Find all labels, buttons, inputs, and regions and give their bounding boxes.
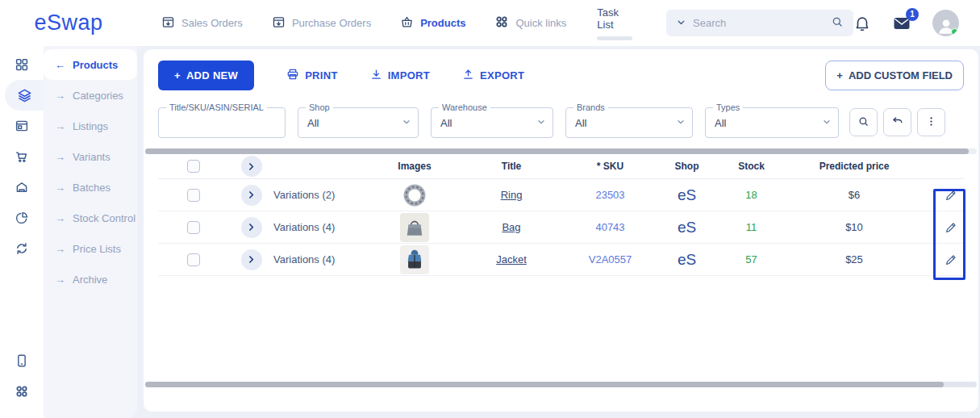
shop-filter-select[interactable]: Shop All <box>298 107 419 138</box>
brands-filter-select[interactable]: Brands All <box>565 107 693 138</box>
batches-icon[interactable] <box>0 172 44 203</box>
import-button[interactable]: IMPORT <box>370 69 430 83</box>
product-title-link[interactable]: Jacket <box>496 253 527 265</box>
global-search[interactable] <box>666 10 853 36</box>
plus-icon: + <box>174 69 181 82</box>
chevron-down-icon[interactable] <box>676 16 686 31</box>
printer-icon <box>286 68 299 83</box>
col-header-images[interactable]: Images <box>378 161 451 172</box>
types-filter-select[interactable]: Types All <box>705 107 839 138</box>
sidebar-item-listings[interactable]: →Listings <box>44 111 137 141</box>
product-title-link[interactable]: Ring <box>501 189 523 201</box>
sidebar-item-products[interactable]: ←Products <box>44 49 137 80</box>
top-nav: Sales Orders Purchase Orders Products Qu… <box>161 15 566 31</box>
nav-label: Products <box>420 17 465 29</box>
sidebar-item-label: Archive <box>73 274 107 286</box>
sidebar-item-label: Stock Control <box>73 212 136 224</box>
add-custom-field-label: ADD CUSTOM FIELD <box>849 69 953 82</box>
warehouse-filter-select[interactable]: Warehouse All <box>431 107 553 138</box>
col-header-shop[interactable]: Shop <box>648 161 725 172</box>
edit-pencil-icon[interactable] <box>945 253 957 266</box>
expand-row-button[interactable] <box>241 249 262 270</box>
nav-purchase-orders[interactable]: Purchase Orders <box>272 15 371 31</box>
print-button[interactable]: PRINT <box>286 68 338 83</box>
sidebar-item-price-lists[interactable]: →Price Lists <box>44 233 137 264</box>
table-top-scrollbar <box>145 148 977 154</box>
predicted-price-value: $6 <box>849 189 860 201</box>
expand-row-button[interactable] <box>241 217 262 238</box>
col-header-sku[interactable]: * SKU <box>572 161 648 172</box>
search-input[interactable] <box>693 17 824 29</box>
expand-all-button[interactable] <box>241 156 262 177</box>
add-new-button[interactable]: + ADD NEW <box>158 61 254 90</box>
add-custom-field-button[interactable]: + ADD CUSTOM FIELD <box>825 61 964 90</box>
add-new-label: ADD NEW <box>186 69 238 82</box>
edit-pencil-icon[interactable] <box>945 221 957 234</box>
filter-bar: Title/SKU/ASIN/SERIAL Shop All Warehouse… <box>158 107 964 138</box>
title-sku-filter-input[interactable] <box>168 117 278 129</box>
online-status-dot <box>951 28 958 36</box>
product-image-ring[interactable] <box>400 181 429 210</box>
table-empty-space <box>158 276 964 371</box>
scrollbar-thumb[interactable] <box>145 382 944 387</box>
table-row: Variations (4) Bag 40743 eS 11 $10 <box>158 211 964 244</box>
messages-icon[interactable]: 1 <box>892 14 911 33</box>
row-checkbox[interactable] <box>187 189 200 202</box>
user-avatar[interactable] <box>932 10 959 36</box>
refresh-icon[interactable] <box>0 233 44 264</box>
sidebar-item-stock-control[interactable]: →Stock Control <box>44 203 137 233</box>
sidebar-item-archive[interactable]: →Archive <box>44 264 137 295</box>
nav-products[interactable]: Products <box>400 15 465 31</box>
app-shell: ←Products →Categories →Listings →Variant… <box>0 46 980 418</box>
expand-row-button[interactable] <box>241 185 262 206</box>
task-list-progress-bar <box>597 36 632 40</box>
product-image-bag[interactable] <box>400 213 429 242</box>
toolbar: + ADD NEW PRINT IMPORT EXPORT + ADD <box>158 61 964 90</box>
col-header-stock[interactable]: Stock <box>725 161 778 172</box>
search-icon[interactable] <box>831 15 844 31</box>
sidebar-item-categories[interactable]: →Categories <box>44 80 137 111</box>
task-list-widget[interactable]: Task List <box>597 6 632 40</box>
messages-badge: 1 <box>906 8 919 21</box>
sidebar-item-label: Listings <box>73 120 108 132</box>
selected-value: All <box>440 117 536 129</box>
tablet-icon[interactable] <box>0 345 44 376</box>
reset-filters-button[interactable] <box>883 108 911 136</box>
title-sku-filter-field[interactable]: Title/SKU/ASIN/SERIAL <box>158 107 286 138</box>
grid-icon[interactable] <box>0 49 44 80</box>
nav-quick-links[interactable]: Quick links <box>494 15 566 31</box>
product-sku-link[interactable]: 23503 <box>595 189 624 201</box>
selected-value: All <box>307 117 402 129</box>
product-image-jacket[interactable] <box>400 245 429 274</box>
more-options-button[interactable] <box>917 108 945 136</box>
table-row: Variations (2) Ring 23503 eS 18 $6 <box>158 179 964 211</box>
row-checkbox[interactable] <box>187 221 200 234</box>
chevron-down-icon <box>402 115 411 130</box>
pie-chart-icon[interactable] <box>0 203 44 233</box>
scrollbar-thumb[interactable] <box>145 148 969 154</box>
predicted-price-value: $10 <box>845 221 863 233</box>
export-button[interactable]: EXPORT <box>462 69 524 83</box>
sidebar-item-batches[interactable]: →Batches <box>44 172 137 203</box>
arrow-right-icon: → <box>55 243 65 255</box>
notifications-bell-icon[interactable] <box>853 15 871 32</box>
col-header-title[interactable]: Title <box>451 161 572 172</box>
layers-icon[interactable] <box>5 80 44 111</box>
product-title-link[interactable]: Bag <box>502 221 520 233</box>
cart-icon[interactable] <box>0 141 44 172</box>
product-sku-link[interactable]: V2A0557 <box>589 253 632 265</box>
sidebar-item-variants[interactable]: →Variants <box>44 141 137 172</box>
listings-icon[interactable] <box>0 111 44 141</box>
eswap-logo[interactable]: eSwap <box>34 10 102 35</box>
select-all-checkbox[interactable] <box>187 160 200 173</box>
apply-search-button[interactable] <box>849 108 878 136</box>
main-area: + ADD NEW PRINT IMPORT EXPORT + ADD <box>137 46 980 418</box>
row-checkbox[interactable] <box>187 253 200 266</box>
filter-label: Types <box>713 102 743 112</box>
edit-pencil-icon[interactable] <box>945 189 957 202</box>
product-sku-link[interactable]: 40743 <box>595 221 624 233</box>
sidebar-item-label: Batches <box>73 182 111 194</box>
nav-sales-orders[interactable]: Sales Orders <box>161 15 243 31</box>
col-header-price[interactable]: Predicted price <box>778 161 931 172</box>
apps-grid-icon[interactable] <box>0 376 44 407</box>
